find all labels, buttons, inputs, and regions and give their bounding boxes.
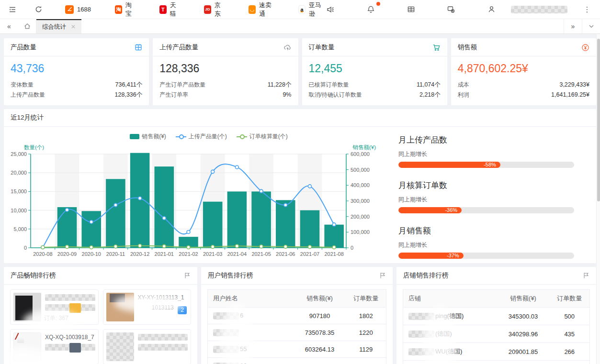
name-suffix: WU(德国) xyxy=(435,348,462,355)
table-row[interactable]: 66 515658.9 1394 xyxy=(208,358,386,364)
kv-label: 已核算订单数量 xyxy=(309,80,349,90)
more-menu-button[interactable]: ⋮ xyxy=(581,3,593,16)
table-row[interactable]: (德国) 340298.96 435 xyxy=(403,325,590,343)
tab-comprehensive-statistics[interactable]: 综合统计 ✕ xyxy=(36,19,81,33)
kv-label: 上传产品数量 xyxy=(11,90,45,100)
announcement-button[interactable] xyxy=(324,3,337,16)
svg-text:2020-08: 2020-08 xyxy=(33,251,52,257)
collapse-sidebar-button[interactable] xyxy=(7,3,18,16)
orders-cell: 1220 xyxy=(346,324,386,341)
cloud-upload-icon[interactable] xyxy=(283,44,292,52)
user-icon xyxy=(487,5,496,13)
platform-tab-amazon[interactable]: a 亚马逊 xyxy=(298,1,324,18)
legend-settled-orders[interactable]: 订单核算量(个) xyxy=(237,132,288,141)
count-badge: 2 xyxy=(178,306,187,314)
svg-text:0: 0 xyxy=(24,245,27,251)
user-sales-ranking-panel: 用户销售排行榜 用户姓名 销售额(¥) 订单数量 6 xyxy=(201,267,393,364)
orders-cell: 435 xyxy=(550,325,590,343)
blurred-name xyxy=(408,331,434,338)
legend-uploads[interactable]: 上传产品量(个) xyxy=(176,132,227,141)
notifications-button[interactable] xyxy=(364,3,377,16)
column-header[interactable]: 用户姓名 xyxy=(208,290,294,308)
yuan-icon[interactable] xyxy=(581,44,589,52)
column-header[interactable]: 销售额(¥) xyxy=(497,290,550,308)
combo-chart[interactable]: 05,00010,00015,00020,00025,0000100,00020… xyxy=(7,141,378,260)
cart-icon[interactable] xyxy=(432,44,441,52)
product-sku xyxy=(45,294,95,301)
blurred-name xyxy=(408,348,434,355)
tmall-icon: T xyxy=(159,5,167,14)
account-button[interactable] xyxy=(485,3,498,16)
svg-text:200,000: 200,000 xyxy=(351,214,370,220)
grid-icon[interactable] xyxy=(135,44,142,51)
name-suffix: 55 xyxy=(240,345,247,353)
platform-tab-1688[interactable]: ∠ 1688 xyxy=(65,5,91,14)
product-card[interactable] xyxy=(103,329,192,364)
column-header[interactable]: 订单数量 xyxy=(346,290,386,308)
order-count-text: 订单: 367 xyxy=(44,314,68,322)
svg-text:销售额(¥): 销售额(¥) xyxy=(352,144,376,150)
orders-cell: 1129 xyxy=(346,341,386,358)
home-tab-button[interactable] xyxy=(18,19,36,33)
column-header[interactable]: 销售额(¥) xyxy=(294,290,346,308)
svg-text:5,000: 5,000 xyxy=(13,226,27,232)
aliexpress-icon: ◡ xyxy=(249,5,256,14)
flag-icon[interactable] xyxy=(379,272,386,279)
svg-text:2020-11: 2020-11 xyxy=(106,251,125,257)
sales-cell: 340298.96 xyxy=(497,325,550,343)
svg-text:2020-09: 2020-09 xyxy=(57,251,77,257)
product-card[interactable]: 订单: 367 xyxy=(10,289,99,325)
table-row[interactable]: WU(德国) 209001.85 266 xyxy=(403,343,590,361)
amazon-icon: a xyxy=(298,5,306,14)
name-suffix: (德国) xyxy=(435,330,452,337)
legend-sales[interactable]: 销售额(¥) xyxy=(130,132,166,141)
apps-button[interactable] xyxy=(405,3,417,16)
username-blurred[interactable] xyxy=(511,6,567,13)
svg-text:2021-04: 2021-04 xyxy=(227,251,247,257)
refresh-button[interactable] xyxy=(33,3,44,16)
bell-icon xyxy=(367,5,375,13)
column-header[interactable]: 订单数量 xyxy=(550,290,590,308)
page-scrollbar[interactable] xyxy=(596,34,600,364)
tabs-scroll-left-button[interactable]: « xyxy=(0,19,18,33)
product-card[interactable]: XQ-XQ-1003918_7 xyxy=(10,329,99,364)
svg-text:2021-08: 2021-08 xyxy=(324,251,343,257)
platform-tab-jd[interactable]: JD 京东 xyxy=(204,1,225,18)
kv-value: 9% xyxy=(283,90,291,100)
dashboard-app: ∠ 1688 淘 淘宝 T 天猫 JD 京东 ◡ 速卖通 a 亚马逊 xyxy=(0,0,600,364)
tabs-scroll-right-button[interactable]: » xyxy=(564,19,582,33)
legend-line-swatch xyxy=(237,134,247,139)
collapse-sidebar-icon xyxy=(8,5,17,14)
product-sku: XY-XY-1013113_1 xyxy=(138,294,188,301)
table-row[interactable]: n(日本) 199265.69 840 xyxy=(403,361,590,364)
table-row[interactable]: 735078.35 1220 xyxy=(208,324,386,341)
tab-close-icon[interactable]: ✕ xyxy=(71,23,76,30)
accent-block xyxy=(69,303,81,313)
card-uploaded-products: 上传产品数量 128,336 产生订单产品数量11,228个 产生订单率9% xyxy=(153,38,298,105)
table-row[interactable]: ping(德国) 345300.03 500 xyxy=(403,308,590,325)
blurred-name xyxy=(408,313,434,320)
card-value: 43,736 xyxy=(11,62,142,75)
platform-tab-tmall[interactable]: T 天猫 xyxy=(159,1,180,18)
platform-tab-taobao[interactable]: 淘 淘宝 xyxy=(115,1,136,18)
table-row[interactable]: 6 907180 1802 xyxy=(208,308,386,324)
product-bestseller-panel: 产品畅销排行榜 订单: 367 xyxy=(4,267,197,364)
flag-icon[interactable] xyxy=(184,272,191,279)
growth-title: 月销售额 xyxy=(398,225,574,236)
service-button[interactable] xyxy=(445,3,457,16)
card-title: 订单数量 xyxy=(309,43,335,52)
platform-tab-aliexpress[interactable]: ◡ 速卖通 xyxy=(249,1,274,18)
flag-icon[interactable] xyxy=(583,272,589,279)
svg-text:25,000: 25,000 xyxy=(11,151,27,157)
name-suffix: 6 xyxy=(240,312,243,319)
column-header[interactable]: 店铺 xyxy=(403,290,497,308)
product-card[interactable]: XY-XY-1013113_1 1013113 2 xyxy=(103,289,192,325)
last-12-months-panel: 近12月统计 销售额(¥) 上传产品量(个) xyxy=(4,109,596,263)
name-suffix: 66 xyxy=(240,362,247,364)
table-row[interactable]: 55 603264.13 1129 xyxy=(208,341,386,358)
bottom-panels-row: 产品畅销排行榜 订单: 367 xyxy=(4,267,596,364)
chevron-down-icon xyxy=(589,23,594,29)
scrollbar-thumb[interactable] xyxy=(597,39,600,201)
tabs-dropdown-button[interactable] xyxy=(582,19,600,33)
platform-label: 天猫 xyxy=(170,1,180,18)
